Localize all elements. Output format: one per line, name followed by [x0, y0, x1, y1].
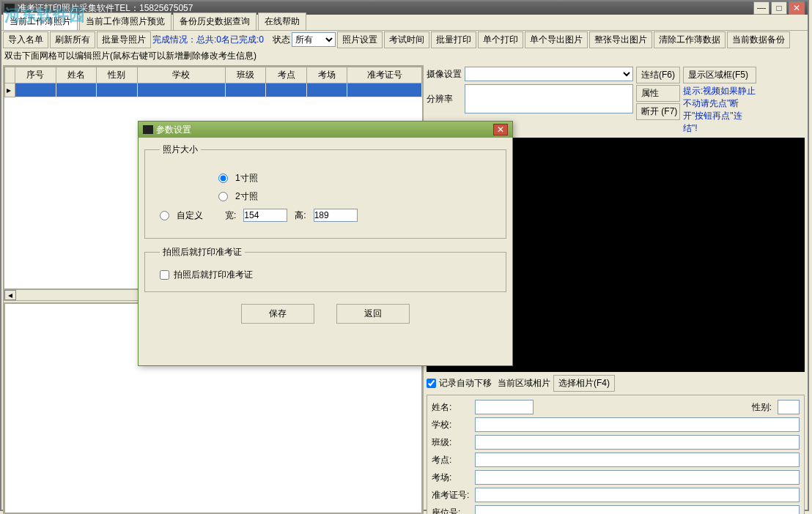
class-label: 班级:	[432, 436, 469, 449]
dialog-title: 参数设置	[156, 124, 191, 136]
photo-size-legend: 照片大小	[160, 144, 201, 156]
gender-label: 性别:	[752, 401, 772, 414]
photo-size-group: 照片大小 1寸照 2寸照 自定义 宽: 高:	[144, 144, 506, 239]
height-field[interactable]	[314, 209, 358, 222]
class-field[interactable]	[475, 435, 800, 450]
tab-backup-query[interactable]: 备份历史数据查询	[173, 12, 256, 30]
single-export-button[interactable]: 单个导出图片	[525, 31, 588, 48]
after-shot-group: 拍照后就打印准考证 拍照后就打印准考证	[144, 246, 506, 292]
state-select[interactable]: 所有	[292, 32, 336, 47]
radio-custom-label: 自定义	[177, 209, 203, 222]
col-name[interactable]: 姓名	[56, 67, 97, 83]
after-shot-legend: 拍照后就打印准考证	[160, 246, 245, 258]
property-button[interactable]: 属性	[636, 85, 680, 102]
resolution-field[interactable]	[465, 84, 633, 113]
col-room[interactable]: 考场	[306, 67, 347, 83]
gender-field[interactable]	[778, 400, 800, 414]
back-button[interactable]: 返回	[336, 304, 410, 324]
tab-preview[interactable]: 当前工作薄照片预览	[79, 12, 171, 30]
radio-1inch[interactable]	[218, 174, 228, 183]
school-label: 学校:	[432, 419, 469, 431]
col-ticket[interactable]: 准考证号	[347, 67, 422, 83]
dialog-titlebar: 参数设置 ✕	[139, 122, 512, 138]
radio-custom[interactable]	[160, 211, 169, 220]
current-backup-button[interactable]: 当前数据备份	[727, 31, 790, 48]
close-button[interactable]: ✕	[789, 1, 805, 15]
settings-dialog: 参数设置 ✕ 照片大小 1寸照 2寸照 自定义 宽: 高: 拍照后就打印准考证 …	[138, 121, 513, 366]
completion-status: 完成情况：总共:0名已完成:0	[152, 34, 264, 46]
table-row[interactable]: ▸	[5, 83, 422, 97]
width-label: 宽:	[225, 209, 236, 222]
single-print-button[interactable]: 单个打印	[478, 31, 523, 48]
sheet-export-button[interactable]: 整张导出图片	[589, 31, 652, 48]
photo-settings-button[interactable]: 照片设置	[337, 31, 383, 48]
ticket-label: 准考证号:	[432, 489, 469, 502]
site-field[interactable]	[475, 452, 800, 467]
main-tabs: 当前工作薄照片 当前工作薄照片预览 备份历史数据查询 在线帮助	[1, 15, 808, 31]
radio-2inch-label: 2寸照	[235, 190, 258, 203]
app-icon	[4, 4, 15, 12]
tab-current-photos[interactable]: 当前工作薄照片	[3, 12, 78, 30]
print-after-shot-label: 拍照后就打印准考证	[174, 269, 253, 281]
radio-2inch[interactable]	[218, 192, 228, 201]
name-label: 姓名:	[432, 401, 469, 414]
state-label: 状态	[273, 34, 290, 46]
maximize-button[interactable]: □	[771, 1, 787, 15]
school-field[interactable]	[475, 417, 800, 432]
ticket-field[interactable]	[475, 488, 800, 502]
grid-hint: 双击下面网格可以编辑照片(鼠标右键可以新增删除修改考生信息)	[1, 48, 808, 64]
room-field[interactable]	[475, 470, 800, 485]
col-gender[interactable]: 性别	[97, 67, 138, 83]
room-label: 考场:	[432, 472, 469, 484]
auto-next-checkbox[interactable]	[427, 379, 436, 388]
seat-label: 座位号:	[432, 507, 469, 515]
refresh-all-button[interactable]: 刷新所有	[50, 31, 95, 48]
site-label: 考点:	[432, 454, 469, 466]
batch-shoot-button[interactable]: 批量导照片	[97, 31, 151, 48]
seat-field[interactable]	[475, 505, 800, 514]
dialog-close-button[interactable]: ✕	[493, 124, 508, 135]
print-after-shot-checkbox[interactable]	[160, 270, 169, 280]
auto-next-label: 记录自动下移	[439, 377, 492, 390]
tab-help[interactable]: 在线帮助	[258, 12, 306, 30]
camera-device-select[interactable]	[465, 67, 633, 81]
disconnect-button[interactable]: 断开 (F7)	[636, 103, 680, 120]
minimize-button[interactable]: —	[753, 1, 769, 15]
name-field[interactable]	[475, 400, 534, 414]
exam-time-button[interactable]: 考试时间	[384, 31, 429, 48]
scroll-left-icon[interactable]: ◂	[4, 290, 16, 300]
student-form: 姓名: 性别: 学校: 班级: 考点: 考场: 准考证号: 座位号:	[427, 395, 805, 514]
width-field[interactable]	[243, 209, 287, 222]
show-area-button[interactable]: 显示区域框(F5)	[683, 67, 756, 83]
dialog-icon	[143, 125, 153, 134]
resolution-label: 分辨率	[427, 93, 462, 105]
camera-tip: 提示:视频如果静止不动请先点"断开"按钮再点"连结"!	[683, 85, 756, 135]
col-seq[interactable]: 序号	[15, 67, 56, 83]
radio-1inch-label: 1寸照	[235, 172, 258, 185]
height-label: 高:	[295, 209, 306, 222]
save-button[interactable]: 保存	[241, 304, 314, 324]
clear-book-button[interactable]: 清除工作薄数据	[654, 31, 726, 48]
batch-print-button[interactable]: 批量打印	[431, 31, 476, 48]
connect-button[interactable]: 连结(F6)	[636, 67, 680, 83]
toolbar: 导入名单 刷新所有 批量导照片 完成情况：总共:0名已完成:0 状态 所有 照片…	[1, 31, 808, 48]
camera-device-label: 摄像设置	[427, 68, 462, 81]
import-list-button[interactable]: 导入名单	[3, 31, 48, 48]
col-class[interactable]: 班级	[225, 67, 266, 83]
col-school[interactable]: 学校	[137, 67, 225, 83]
choose-photo-button[interactable]: 选择相片(F4)	[553, 375, 615, 392]
area-photo-label: 当前区域相片	[498, 377, 550, 390]
col-site[interactable]: 考点	[266, 67, 307, 83]
